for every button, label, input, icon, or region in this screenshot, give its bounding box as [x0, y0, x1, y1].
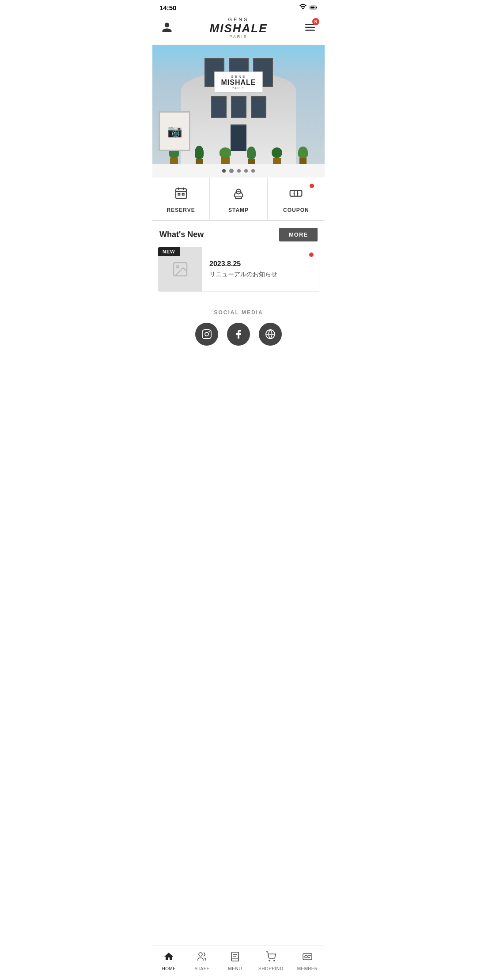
svg-point-18 — [205, 332, 208, 336]
website-button[interactable] — [259, 323, 282, 346]
status-bar: 14:50 — [152, 0, 325, 13]
person-icon — [161, 22, 173, 33]
facebook-icon — [233, 329, 244, 339]
more-button[interactable]: MORE — [279, 228, 318, 241]
svg-point-16 — [177, 265, 179, 268]
logo-paris: PARIS — [210, 35, 268, 39]
instagram-icon — [201, 329, 212, 339]
coupon-label: COUPON — [283, 207, 309, 213]
stamp-button[interactable]: STAMP — [210, 177, 267, 220]
news-title: リニューアルのお知らせ — [209, 271, 312, 279]
news-badge: NEW — [158, 247, 180, 256]
coupon-button[interactable]: COUPON — [268, 177, 325, 220]
instagram-button[interactable] — [195, 323, 218, 346]
dot-1[interactable] — [222, 169, 226, 173]
notification-badge: N — [312, 18, 319, 25]
social-icons — [159, 323, 318, 346]
social-media-section: SOCIAL MEDIA — [152, 299, 325, 354]
menu-button[interactable]: N — [303, 20, 318, 36]
svg-rect-1 — [310, 7, 314, 9]
stamp-icon — [231, 186, 246, 204]
whats-new-header: What's New MORE — [152, 221, 325, 247]
status-time: 14:50 — [159, 4, 176, 11]
website-icon — [265, 329, 276, 339]
dot-3[interactable] — [237, 169, 241, 173]
status-icons — [299, 4, 318, 11]
news-date: 2023.8.25 — [209, 260, 312, 268]
dot-4[interactable] — [244, 169, 248, 173]
notification-dot-coupon — [310, 184, 314, 188]
logo: GENS MISHALE PARIS — [174, 17, 303, 39]
svg-rect-17 — [202, 330, 211, 339]
header: GENS MISHALE PARIS N — [152, 13, 325, 45]
carousel-dots — [152, 164, 325, 177]
hero-image: GENS MISHALE PARIS — [152, 45, 325, 164]
reserve-label: RESERVE — [167, 207, 195, 213]
social-label: SOCIAL MEDIA — [159, 309, 318, 316]
coupon-icon — [289, 186, 303, 204]
svg-rect-10 — [290, 190, 302, 196]
stamp-label: STAMP — [228, 207, 249, 213]
photo-board: 📷 — [159, 111, 190, 151]
svg-point-19 — [209, 332, 209, 332]
dot-2[interactable] — [229, 169, 234, 173]
svg-rect-6 — [178, 193, 180, 195]
profile-button[interactable] — [159, 20, 174, 36]
news-content: 2023.8.25 リニューアルのお知らせ — [202, 253, 319, 286]
section-title: What's New — [159, 230, 204, 239]
wifi-icon — [299, 4, 307, 11]
logo-mishale: MISHALE — [210, 22, 268, 35]
svg-rect-7 — [182, 193, 184, 195]
quick-actions: RESERVE STAMP COUPON — [152, 177, 325, 221]
svg-rect-2 — [176, 188, 186, 199]
facebook-button[interactable] — [227, 323, 250, 346]
dot-5[interactable] — [251, 169, 255, 173]
calendar-icon — [174, 186, 188, 204]
reserve-button[interactable]: RESERVE — [152, 177, 210, 220]
battery-icon — [310, 4, 318, 11]
news-item[interactable]: NEW 2023.8.25 リニューアルのお知らせ — [158, 247, 319, 292]
news-notification-dot — [309, 253, 314, 257]
